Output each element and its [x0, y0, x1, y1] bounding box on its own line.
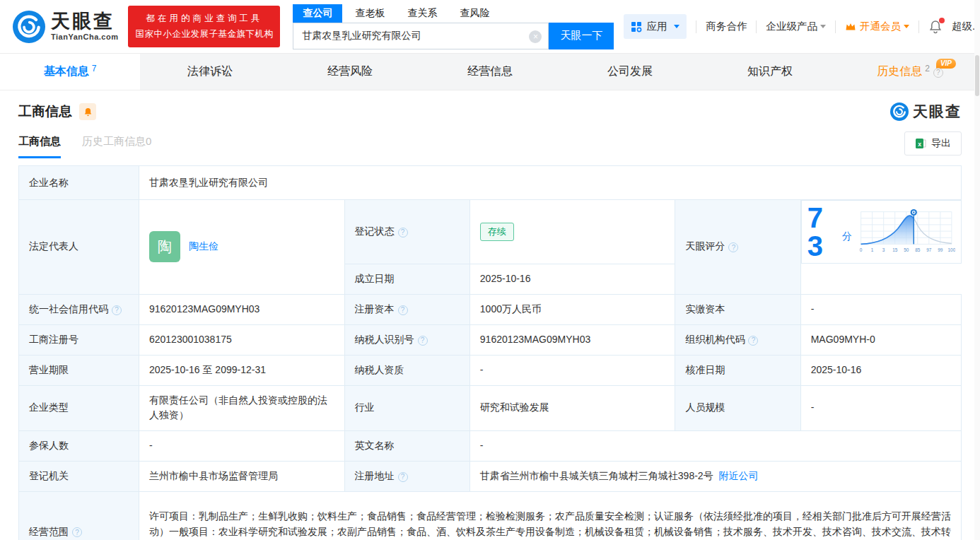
reg-status-label: 登记状态 — [355, 224, 395, 240]
taxpayer-id-question-icon[interactable]: ? — [418, 336, 428, 346]
score-unit: 分 — [842, 229, 852, 245]
vip-menu[interactable]: 开通会员 — [845, 20, 909, 33]
search-box: × — [293, 23, 549, 49]
app-grid-icon — [631, 21, 642, 33]
org-code-question-icon[interactable]: ? — [748, 336, 758, 346]
tab-legal-litigation-label: 法律诉讼 — [187, 64, 233, 79]
address-label-cell: 注册地址 ? — [344, 461, 469, 491]
history-question-icon[interactable]: ? — [933, 68, 943, 78]
apps-label: 应用 — [646, 20, 667, 33]
tab-legal-litigation[interactable]: 法律诉讼 — [140, 54, 280, 90]
business-scope-question-icon[interactable]: ? — [72, 527, 82, 537]
watermark-logo: 天眼查 — [890, 102, 962, 122]
tab-basic-info-count: 7 — [92, 64, 97, 74]
paid-capital-value: - — [800, 294, 961, 324]
svg-text:0: 0 — [860, 247, 863, 252]
reg-status-question-icon[interactable]: ? — [398, 228, 408, 237]
score-question-icon[interactable]: ? — [728, 242, 738, 252]
tab-history-info-label: 历史信息 — [877, 64, 922, 79]
enterprise-product-menu[interactable]: 企业级产品 — [766, 20, 826, 33]
search-tab-company[interactable]: 查公司 — [293, 4, 342, 23]
industry-label: 行业 — [344, 385, 469, 430]
subscribe-bell-button[interactable] — [79, 103, 96, 120]
reg-capital-label-cell: 注册资本 ? — [344, 294, 469, 324]
enterprise-product-label: 企业级产品 — [766, 20, 817, 33]
search-tab-risk[interactable]: 查风险 — [450, 4, 499, 23]
score-axis-labels: 013 155085 9799100 — [860, 247, 955, 252]
business-coop-menu[interactable]: 商务合作 — [706, 20, 747, 33]
tab-history-info[interactable]: VIP 历史信息 2 ? — [840, 54, 980, 90]
address-question-icon[interactable]: ? — [398, 472, 408, 482]
tab-business-info[interactable]: 经营信息 — [420, 54, 560, 90]
header-menu: 应用 商务合作 企业级产品 开通会员 超级.. — [624, 14, 980, 39]
enterprise-caret-icon — [820, 25, 826, 28]
tianyancha-logo[interactable]: 天眼查 TianYanCha.com — [13, 11, 118, 43]
legal-rep-cell: 陶 陶生俭 — [139, 200, 344, 295]
export-label: 导出 — [931, 137, 951, 150]
nearby-companies-link[interactable]: 附近公司 — [718, 470, 758, 481]
scrollbar-thumb[interactable] — [975, 55, 979, 96]
apps-caret-icon — [674, 25, 679, 28]
tab-basic-info-label: 基本信息 — [44, 64, 89, 79]
svg-text:3: 3 — [882, 247, 885, 252]
legal-rep-link[interactable]: 陶生俭 — [189, 239, 218, 254]
score-label: 天眼评分 — [685, 239, 725, 254]
subtab-current-registration[interactable]: 工商信息 — [18, 135, 61, 158]
apps-menu[interactable]: 应用 — [624, 14, 687, 39]
company-name-value: 甘肃农垦乳业研究有限公司 — [139, 166, 961, 200]
table-row: 法定代表人 陶 陶生俭 登记状态 ? 存续 天眼评分 ? 73 分 — [19, 200, 962, 264]
search-button[interactable]: 天眼一下 — [549, 23, 614, 49]
credit-code-question-icon[interactable]: ? — [112, 305, 122, 315]
staff-size-label: 人员规模 — [675, 385, 800, 430]
business-scope-value: 许可项目：乳制品生产；生鲜乳收购；饮料生产；食品销售；食品经营管理；检验检测服务… — [139, 491, 961, 540]
score-label-cell: 天眼评分 ? — [675, 200, 800, 295]
svg-text:1: 1 — [871, 247, 874, 252]
tab-basic-info[interactable]: 基本信息 7 — [0, 54, 140, 90]
notification-dot — [939, 18, 945, 23]
svg-text:85: 85 — [915, 247, 921, 252]
vip-caret-icon — [904, 25, 909, 28]
business-coop-label: 商务合作 — [706, 20, 747, 33]
divider — [696, 20, 696, 33]
table-row: 企业名称 甘肃农垦乳业研究有限公司 — [19, 166, 962, 200]
credit-code-label-cell: 统一社会信用代码 ? — [19, 294, 139, 324]
svg-text:100: 100 — [948, 247, 955, 252]
divider — [756, 20, 757, 33]
svg-text:97: 97 — [926, 247, 932, 252]
company-nav-tabs: 基本信息 7 法律诉讼 经营风险 经营信息 公司发展 知识产权 VIP 历史信息… — [0, 54, 980, 90]
search-tab-boss[interactable]: 查老板 — [345, 4, 395, 23]
table-row: 统一社会信用代码 ? 91620123MAG09MYH03 注册资本 ? 100… — [19, 294, 962, 324]
watermark-logo-text: 天眼查 — [913, 102, 962, 122]
address-value-cell: 甘肃省兰州市榆中县城关镇三角城村三角城社398-2号 附近公司 — [469, 461, 961, 491]
tab-company-development[interactable]: 公司发展 — [560, 54, 700, 90]
tab-operating-risk[interactable]: 经营风险 — [280, 54, 420, 90]
legal-rep-avatar[interactable]: 陶 — [149, 231, 180, 262]
tab-intellectual-property[interactable]: 知识产权 — [700, 54, 840, 90]
address-value: 甘肃省兰州市榆中县城关镇三角城村三角城社398-2号 — [480, 470, 713, 481]
address-label: 注册地址 — [355, 469, 395, 484]
reg-capital-question-icon[interactable]: ? — [398, 305, 408, 315]
tianyancha-swirl-icon — [13, 11, 45, 43]
svg-text:50: 50 — [904, 247, 909, 252]
svg-text:15: 15 — [892, 247, 898, 252]
company-name-label: 企业名称 — [19, 166, 139, 200]
divider — [918, 20, 919, 33]
score-cell[interactable]: 73 分 — [801, 200, 962, 264]
subtab-history-registration[interactable]: 历史工商信息0 — [82, 135, 151, 158]
establish-date-label: 成立日期 — [344, 264, 469, 294]
page-scrollbar[interactable] — [974, 0, 980, 540]
score-distribution-chart: 013 155085 9799100 — [858, 205, 955, 259]
legal-rep-label: 法定代表人 — [19, 200, 139, 295]
clear-search-icon[interactable]: × — [529, 30, 542, 43]
vip-badge: VIP — [936, 59, 956, 69]
logo-text: 天眼查 — [51, 12, 118, 31]
excel-icon: x — [915, 138, 926, 149]
crown-icon — [845, 22, 856, 32]
export-button[interactable]: x 导出 — [904, 131, 962, 155]
reg-authority-label: 登记机关 — [19, 461, 139, 491]
english-name-label: 英文名称 — [344, 430, 469, 461]
search-tab-relation[interactable]: 查关系 — [397, 4, 447, 23]
notifications-button[interactable] — [928, 20, 943, 34]
search-input[interactable] — [293, 23, 548, 49]
table-row: 经营范围 ? 许可项目：乳制品生产；生鲜乳收购；饮料生产；食品销售；食品经营管理… — [19, 491, 962, 540]
